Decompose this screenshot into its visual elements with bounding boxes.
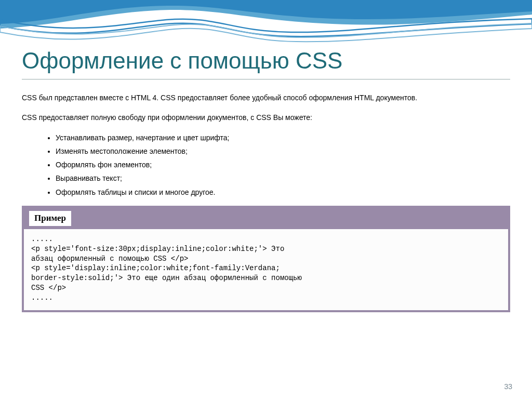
intro-paragraph-2: CSS предоставляет полную свободу при офо… — [22, 112, 510, 123]
example-label: Пример — [29, 211, 71, 226]
slide: Оформление с помощью CSS CSS был предста… — [0, 0, 532, 399]
example-box: Пример ..... <p style='font-size:30px;di… — [22, 206, 510, 312]
intro-paragraph-1: CSS был представлен вместе с HTML 4. CSS… — [22, 92, 510, 103]
body-text: CSS был представлен вместе с HTML 4. CSS… — [22, 92, 510, 312]
decorative-header-swirl — [0, 0, 532, 47]
list-item: Выравнивать текст; — [56, 173, 510, 183]
list-item: Изменять местоположение элементов; — [56, 146, 510, 156]
slide-content: Оформление с помощью CSS CSS был предста… — [22, 48, 510, 312]
bullet-list: Устанавливать размер, начертание и цвет … — [22, 132, 510, 197]
title-divider — [22, 79, 510, 79]
code-line: CSS </p> — [31, 283, 501, 293]
list-item: Устанавливать размер, начертание и цвет … — [56, 132, 510, 143]
example-header: Пример — [24, 208, 508, 229]
example-code: ..... <p style='font-size:30px;display:i… — [24, 229, 508, 310]
list-item: Оформлять фон элементов; — [56, 159, 510, 170]
code-line: абзац оформленный с помощью CSS </p> — [31, 254, 501, 264]
code-line: ..... — [31, 234, 501, 244]
list-item: Оформлять таблицы и списки и многое друг… — [56, 187, 510, 197]
code-line: <p style='display:inline;color:white;fon… — [31, 263, 501, 273]
code-line: border-style:solid;'> Это еще один абзац… — [31, 273, 501, 283]
code-line: <p style='font-size:30px;display:inline;… — [31, 244, 501, 254]
slide-title: Оформление с помощью CSS — [22, 48, 510, 74]
page-number: 33 — [504, 382, 512, 391]
code-line: ..... — [31, 293, 501, 303]
